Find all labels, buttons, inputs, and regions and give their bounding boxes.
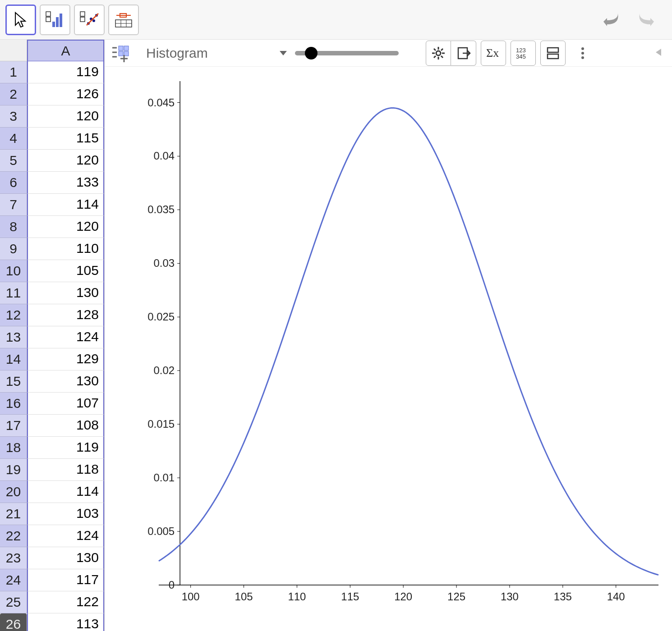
cell[interactable]: 108 [27, 415, 104, 437]
row-number[interactable]: 1 [0, 61, 27, 83]
table-row[interactable]: 12128 [0, 304, 104, 326]
cell[interactable]: 120 [27, 216, 104, 238]
chart-area[interactable]: 00.0050.010.0150.020.0250.030.0350.040.0… [105, 67, 672, 631]
table-row[interactable]: 23130 [0, 547, 104, 569]
table-row[interactable]: 21103 [0, 503, 104, 525]
cell[interactable]: 128 [27, 304, 104, 326]
cell[interactable]: 118 [27, 459, 104, 481]
cell[interactable]: 119 [27, 61, 104, 83]
options-button[interactable] [426, 41, 451, 66]
table-row[interactable]: 8120 [0, 216, 104, 238]
table-row[interactable]: 7114 [0, 194, 104, 216]
table-row[interactable]: 15130 [0, 370, 104, 393]
row-number[interactable]: 9 [0, 238, 27, 260]
column-header-a[interactable]: A [27, 40, 104, 61]
table-row[interactable]: 20114 [0, 481, 104, 503]
row-number[interactable]: 6 [0, 172, 27, 194]
cell[interactable]: 120 [27, 150, 104, 172]
cell[interactable]: 110 [27, 238, 104, 260]
show-data-source-button[interactable] [107, 43, 133, 65]
table-row[interactable]: 3120 [0, 105, 104, 128]
table-row[interactable]: 4115 [0, 128, 104, 150]
table-row[interactable]: 16107 [0, 393, 104, 415]
cell[interactable]: 120 [27, 105, 104, 128]
spreadsheet-body[interactable]: 1119212631204115512061337114812091101010… [0, 61, 104, 631]
chart-type-select[interactable]: Histogram [142, 43, 290, 64]
row-number[interactable]: 5 [0, 150, 27, 172]
row-number[interactable]: 19 [0, 459, 27, 481]
cell[interactable]: 130 [27, 370, 104, 393]
cell[interactable]: 113 [27, 613, 104, 631]
row-number[interactable]: 14 [0, 348, 27, 370]
cell[interactable]: 103 [27, 503, 104, 525]
cell[interactable]: 130 [27, 282, 104, 304]
cell[interactable]: 105 [27, 260, 104, 282]
redo-button[interactable] [631, 9, 659, 31]
table-row[interactable]: 9110 [0, 238, 104, 260]
cell[interactable]: 126 [27, 83, 104, 105]
class-width-slider[interactable] [295, 51, 421, 55]
undo-button[interactable] [598, 9, 627, 31]
cell[interactable]: 133 [27, 172, 104, 194]
row-number[interactable]: 2 [0, 83, 27, 105]
row-number[interactable]: 18 [0, 437, 27, 459]
table-row[interactable]: 2126 [0, 83, 104, 105]
show-second-plot-button[interactable] [540, 41, 566, 66]
table-row[interactable]: 26113 [0, 613, 104, 631]
table-row[interactable]: 18119 [0, 437, 104, 459]
row-number[interactable]: 15 [0, 370, 27, 393]
table-row[interactable]: 25122 [0, 591, 104, 613]
row-number[interactable]: 24 [0, 569, 27, 591]
row-number[interactable]: 22 [0, 525, 27, 547]
cell[interactable]: 107 [27, 393, 104, 415]
table-row[interactable]: 17108 [0, 415, 104, 437]
row-number[interactable]: 21 [0, 503, 27, 525]
table-row[interactable]: 24117 [0, 569, 104, 591]
export-button[interactable] [451, 41, 476, 66]
table-row[interactable]: 22124 [0, 525, 104, 547]
show-data-button[interactable]: 123345 [511, 41, 536, 66]
row-number[interactable]: 10 [0, 260, 27, 282]
cell[interactable]: 114 [27, 481, 104, 503]
multi-var-analysis-button[interactable] [108, 5, 139, 35]
row-number[interactable]: 25 [0, 591, 27, 613]
cell[interactable]: 122 [27, 591, 104, 613]
cell[interactable]: 117 [27, 569, 104, 591]
row-number[interactable]: 23 [0, 547, 27, 569]
cell[interactable]: 124 [27, 525, 104, 547]
table-row[interactable]: 5120 [0, 150, 104, 172]
row-number[interactable]: 26 [0, 613, 27, 631]
cell[interactable]: 124 [27, 326, 104, 348]
table-row[interactable]: 10105 [0, 260, 104, 282]
row-number[interactable]: 13 [0, 326, 27, 348]
cell[interactable]: 119 [27, 437, 104, 459]
row-number[interactable]: 12 [0, 304, 27, 326]
table-row[interactable]: 6133 [0, 172, 104, 194]
row-number[interactable]: 17 [0, 415, 27, 437]
cell[interactable]: 114 [27, 194, 104, 216]
cell[interactable]: 129 [27, 348, 104, 370]
spreadsheet-corner[interactable] [0, 40, 27, 61]
show-statistics-button[interactable]: Σx [481, 41, 506, 66]
row-number[interactable]: 7 [0, 194, 27, 216]
row-number[interactable]: 4 [0, 128, 27, 150]
main-toolbar [0, 0, 672, 40]
move-tool-button[interactable] [5, 5, 36, 35]
collapse-panel-button[interactable] [650, 43, 667, 63]
table-row[interactable]: 1119 [0, 61, 104, 83]
scatter-icon [79, 11, 99, 29]
table-row[interactable]: 19118 [0, 459, 104, 481]
row-number[interactable]: 8 [0, 216, 27, 238]
cell[interactable]: 130 [27, 547, 104, 569]
two-var-regression-button[interactable] [74, 5, 105, 35]
row-number[interactable]: 16 [0, 393, 27, 415]
cell[interactable]: 115 [27, 128, 104, 150]
table-row[interactable]: 14129 [0, 348, 104, 370]
more-menu-button[interactable] [570, 41, 595, 66]
one-var-analysis-button[interactable] [40, 5, 70, 35]
row-number[interactable]: 3 [0, 105, 27, 128]
row-number[interactable]: 20 [0, 481, 27, 503]
row-number[interactable]: 11 [0, 282, 27, 304]
table-row[interactable]: 13124 [0, 326, 104, 348]
table-row[interactable]: 11130 [0, 282, 104, 304]
